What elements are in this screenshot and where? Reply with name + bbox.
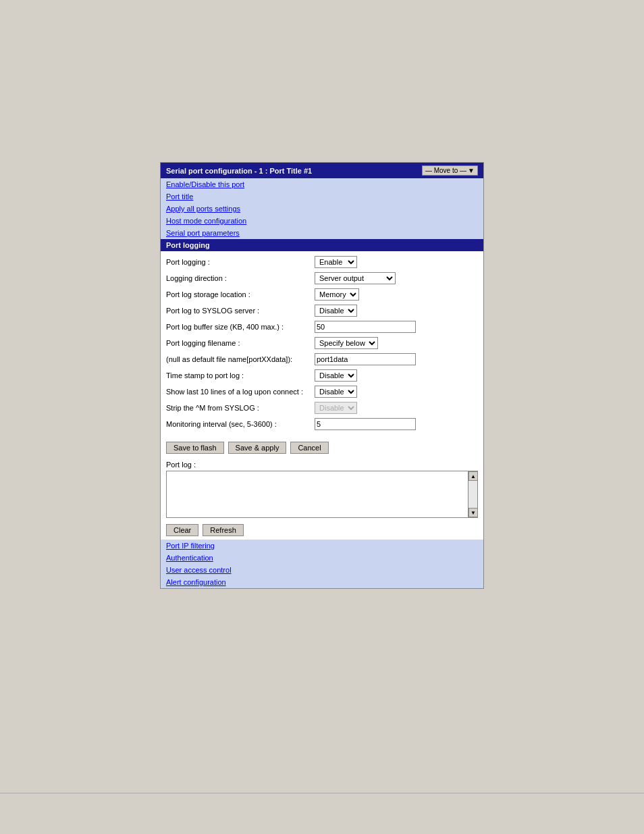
nav-port-title[interactable]: Port title — [161, 190, 483, 203]
row-logging-filename: Port logging filename : Specify below De… — [166, 336, 478, 350]
ctrl-logging-direction: Server output Server input Both — [315, 272, 478, 284]
label-default-filename: (null as default file name[portXXdata]): — [166, 355, 315, 363]
action-buttons: Save to flash Save & apply Cancel — [161, 438, 483, 458]
select-strip-m[interactable]: Disable Enable — [315, 402, 357, 414]
label-syslog: Port log to SYSLOG server : — [166, 307, 315, 315]
ctrl-buffer-size — [315, 321, 478, 333]
move-to-label: — Move to — — [425, 167, 466, 174]
scroll-down-icon[interactable]: ▼ — [468, 508, 478, 517]
log-textarea-wrapper: ▲ ▼ — [166, 471, 478, 518]
label-monitoring-interval: Monitoring interval (sec, 5-3600) : — [166, 420, 315, 428]
label-logging-filename: Port logging filename : — [166, 339, 315, 347]
nav-host-mode[interactable]: Host mode configuration — [161, 215, 483, 227]
label-storage-location: Port log storage location : — [166, 290, 315, 298]
bottom-nav-links: Port IP filtering Authentication User ac… — [161, 540, 483, 588]
refresh-button[interactable]: Refresh — [203, 524, 244, 536]
label-logging-direction: Logging direction : — [166, 274, 315, 282]
ctrl-strip-m: Disable Enable — [315, 402, 478, 414]
select-logging-direction[interactable]: Server output Server input Both — [315, 272, 396, 284]
save-apply-button[interactable]: Save & apply — [228, 442, 287, 454]
scroll-up-icon[interactable]: ▲ — [468, 471, 478, 481]
nav-alert-configuration[interactable]: Alert configuration — [161, 576, 483, 588]
nav-user-access-control[interactable]: User access control — [161, 564, 483, 576]
label-strip-m: Strip the ^M from SYSLOG : — [166, 404, 315, 412]
select-logging-filename[interactable]: Specify below Default — [315, 337, 378, 349]
ctrl-syslog: Disable Enable — [315, 305, 478, 317]
row-logging-direction: Logging direction : Server output Server… — [166, 271, 478, 285]
nav-port-ip-filtering[interactable]: Port IP filtering — [161, 540, 483, 552]
label-show-last-10: Show last 10 lines of a log upon connect… — [166, 388, 315, 396]
log-area: Port log : ▲ ▼ — [161, 458, 483, 521]
log-buttons: Clear Refresh — [161, 521, 483, 540]
ctrl-port-logging: Enable Disable — [315, 256, 478, 268]
select-timestamp[interactable]: Disable Enable — [315, 369, 357, 382]
cancel-button[interactable]: Cancel — [290, 442, 328, 454]
move-to-button[interactable]: — Move to — ▼ — [422, 165, 478, 176]
scrollbar[interactable]: ▲ ▼ — [468, 471, 477, 517]
row-storage-location: Port log storage location : Memory Flash — [166, 288, 478, 301]
nav-authentication[interactable]: Authentication — [161, 552, 483, 564]
save-flash-button[interactable]: Save to flash — [166, 442, 224, 454]
ctrl-timestamp: Disable Enable — [315, 369, 478, 382]
ctrl-show-last-10: Disable Enable — [315, 386, 478, 398]
row-strip-m: Strip the ^M from SYSLOG : Disable Enabl… — [166, 401, 478, 415]
port-log-textarea[interactable] — [167, 471, 468, 517]
form-area: Port logging : Enable Disable Logging di… — [161, 251, 483, 438]
clear-button[interactable]: Clear — [166, 524, 198, 536]
nav-apply-all[interactable]: Apply all ports settings — [161, 203, 483, 215]
row-monitoring-interval: Monitoring interval (sec, 5-3600) : — [166, 417, 478, 431]
select-storage-location[interactable]: Memory Flash — [315, 288, 359, 301]
ctrl-default-filename — [315, 353, 478, 365]
ctrl-storage-location: Memory Flash — [315, 288, 478, 301]
input-default-filename[interactable] — [315, 353, 416, 365]
label-port-logging: Port logging : — [166, 258, 315, 266]
row-port-logging: Port logging : Enable Disable — [166, 255, 478, 269]
panel-header: Serial port configuration - 1 : Port Tit… — [161, 163, 483, 178]
input-monitoring-interval[interactable] — [315, 418, 416, 430]
select-port-logging[interactable]: Enable Disable — [315, 256, 357, 268]
row-timestamp: Time stamp to port log : Disable Enable — [166, 369, 478, 382]
select-syslog[interactable]: Disable Enable — [315, 305, 357, 317]
row-show-last-10: Show last 10 lines of a log upon connect… — [166, 385, 478, 398]
ctrl-monitoring-interval — [315, 418, 478, 430]
section-header: Port logging — [161, 239, 483, 251]
scrollbar-track — [468, 481, 477, 508]
main-panel: Serial port configuration - 1 : Port Tit… — [160, 162, 484, 589]
row-default-filename: (null as default file name[portXXdata]): — [166, 353, 478, 366]
nav-links: Enable/Disable this port Port title Appl… — [161, 178, 483, 239]
label-timestamp: Time stamp to port log : — [166, 371, 315, 380]
select-show-last-10[interactable]: Disable Enable — [315, 386, 357, 398]
ctrl-logging-filename: Specify below Default — [315, 337, 478, 349]
chevron-down-icon: ▼ — [468, 167, 475, 174]
row-syslog: Port log to SYSLOG server : Disable Enab… — [166, 304, 478, 317]
panel-title: Serial port configuration - 1 : Port Tit… — [166, 167, 312, 175]
nav-enable-disable[interactable]: Enable/Disable this port — [161, 178, 483, 190]
port-log-label: Port log : — [166, 461, 478, 469]
input-buffer-size[interactable] — [315, 321, 416, 333]
label-buffer-size: Port log buffer size (KB, 400 max.) : — [166, 323, 315, 331]
row-buffer-size: Port log buffer size (KB, 400 max.) : — [166, 320, 478, 334]
nav-serial-params[interactable]: Serial port parameters — [161, 227, 483, 239]
